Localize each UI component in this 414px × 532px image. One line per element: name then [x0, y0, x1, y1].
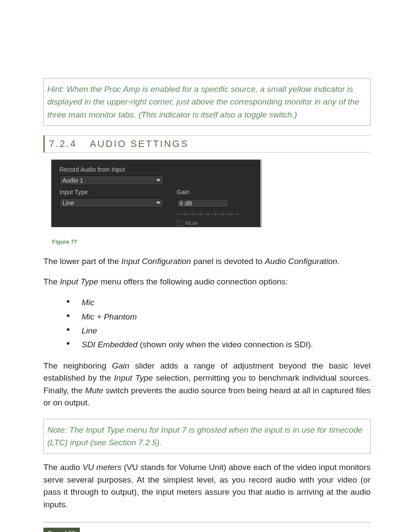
footer-rule	[43, 522, 371, 522]
bullet-icon	[67, 328, 69, 331]
list-item: Line	[43, 324, 371, 338]
input-type-label: Input Type	[59, 189, 164, 196]
gain-value: 6 dB	[180, 200, 192, 207]
audio-settings-panel: Record Audio from Input Audio 1 Input Ty…	[51, 160, 262, 227]
list-item: SDI Embedded (shown only when the video …	[43, 338, 371, 352]
hint-box: Hint: When the Proc Amp is enabled for a…	[43, 78, 371, 126]
page-number: Page | 88	[43, 528, 80, 532]
note-box: Note: The Input Type menu for Input 7 is…	[43, 419, 371, 454]
list-item: Mic	[43, 296, 371, 310]
options-list: Mic Mic + Phantom Line SDI Embedded (sho…	[43, 296, 371, 352]
gain-input[interactable]: 6 dB	[177, 199, 229, 208]
bullet-icon	[67, 300, 69, 303]
chevron-down-icon	[156, 202, 161, 204]
para-gain: The neighboring Gain slider adds a range…	[43, 360, 371, 409]
list-item: Mic + Phantom	[43, 310, 371, 324]
section-title: AUDIO SETTINGS	[90, 138, 189, 149]
audio-select-value: Audio 1	[62, 177, 83, 184]
bullet-icon	[67, 342, 69, 345]
hint-text: Hint: When the Proc Amp is enabled for a…	[47, 85, 359, 119]
panel-title: Record Audio from Input	[59, 166, 253, 173]
para-input-type: The Input Type menu offers the following…	[43, 276, 371, 288]
slider-ticks	[177, 212, 238, 218]
bullet-icon	[67, 314, 69, 317]
mute-label: Mute	[185, 220, 198, 226]
gain-slider[interactable]	[177, 211, 238, 217]
figure-caption: Figure 77	[52, 238, 371, 245]
section-header: 7.2.4 AUDIO SETTINGS	[43, 135, 371, 153]
section-number: 7.2.4	[49, 138, 77, 149]
para-vu-meters: The audio VU meters (VU stands for Volum…	[43, 461, 371, 511]
input-type-value: Line	[62, 199, 74, 206]
mute-checkbox[interactable]	[177, 220, 183, 226]
chevron-down-icon	[156, 179, 161, 182]
gain-label: Gain	[177, 189, 238, 196]
input-type-select[interactable]: Line	[59, 198, 164, 208]
para-input-config: The lower part of the Input Configuratio…	[43, 255, 371, 268]
note-text: Note: The Input Type menu for Input 7 is…	[47, 425, 362, 447]
audio-select[interactable]: Audio 1	[59, 176, 164, 185]
